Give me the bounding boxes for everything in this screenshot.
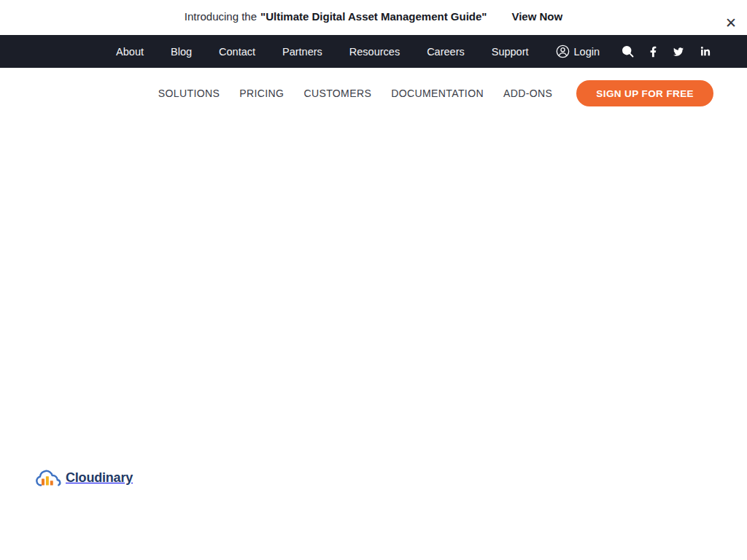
nav-item-customers[interactable]: CUSTOMERS: [303, 88, 371, 99]
nav-item-pricing[interactable]: PRICING: [239, 88, 284, 99]
sign-up-button[interactable]: SIGN UP FOR FREE: [576, 80, 713, 106]
cloud-bars-icon: [34, 467, 62, 489]
close-icon[interactable]: ✕: [722, 15, 740, 32]
nav-item-add-ons[interactable]: ADD-ONS: [503, 88, 552, 99]
nav-item-blog[interactable]: Blog: [171, 46, 192, 58]
announcement-highlight: "Ultimate Digital Asset Management Guide…: [260, 10, 487, 23]
nav-item-about[interactable]: About: [116, 46, 144, 58]
announcement-message: Introducing the "Ultimate Digital Asset …: [185, 10, 562, 23]
user-circle-icon: [556, 44, 570, 58]
linkedin-icon[interactable]: [700, 47, 711, 57]
logo-text: Cloudinary: [66, 470, 133, 486]
top-navbar: About Blog Contact Partners Resources Ca…: [0, 35, 747, 68]
nav-item-contact[interactable]: Contact: [219, 46, 255, 58]
nav-item-careers[interactable]: Careers: [427, 46, 465, 58]
announcement-intro: Introducing the: [185, 10, 257, 23]
social-icons: [622, 45, 711, 58]
nav-item-documentation[interactable]: DOCUMENTATION: [391, 88, 484, 99]
nav-item-support[interactable]: Support: [492, 46, 529, 58]
nav-item-resources[interactable]: Resources: [349, 46, 400, 58]
main-content: Cloudinary: [0, 119, 747, 560]
view-now-link[interactable]: View Now: [511, 10, 562, 23]
cloudinary-logo[interactable]: Cloudinary: [34, 467, 133, 489]
nav-item-solutions[interactable]: SOLUTIONS: [158, 88, 220, 99]
login-label: Login: [574, 46, 600, 58]
main-navbar: SOLUTIONS PRICING CUSTOMERS DOCUMENTATIO…: [0, 68, 747, 119]
login-link[interactable]: Login: [556, 44, 600, 58]
nav-item-partners[interactable]: Partners: [282, 46, 322, 58]
facebook-icon[interactable]: [650, 46, 657, 58]
announcement-bar: Introducing the "Ultimate Digital Asset …: [0, 0, 747, 35]
twitter-icon[interactable]: [673, 47, 684, 57]
search-icon[interactable]: [622, 45, 634, 58]
